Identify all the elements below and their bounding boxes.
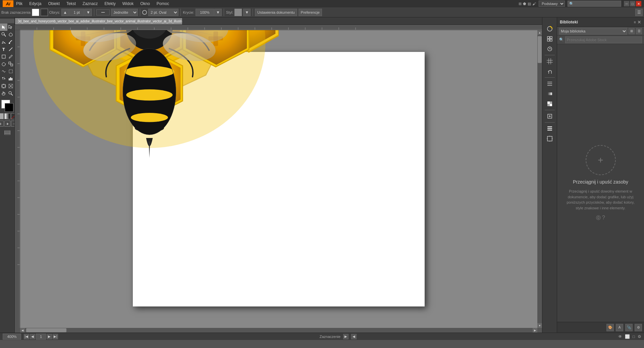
minimize-button[interactable]: ─ [624,1,629,6]
transparency-btn[interactable] [545,99,554,109]
tool-row-9 [0,82,14,90]
rp-sep1 [545,55,555,55]
stroke-down-btn[interactable]: ▼ [85,9,92,16]
style-swatch[interactable] [234,9,242,16]
scroll-up-btn[interactable]: ▲ [537,30,542,35]
global-search[interactable] [568,1,621,7]
menu-widok[interactable]: Widok [121,1,135,7]
opacity-arrow[interactable]: ▼ [214,9,222,16]
last-page-btn[interactable]: ▶| [53,334,58,339]
scroll-left-btn[interactable]: ◀ [20,328,25,333]
lib-add-graphic-btn[interactable]: 📎 [625,324,633,331]
status-arrow-btn[interactable]: ▶ [343,334,348,339]
no-fill-btn[interactable] [11,113,15,119]
menu-pomoc[interactable]: Pomoc [155,1,170,7]
type-tool-btn[interactable]: T [0,46,7,53]
close-button[interactable]: ✕ [636,1,641,6]
lib-add-color-btn[interactable]: 🎨 [606,324,614,331]
lib-help-btn[interactable]: ⓪ ? [596,215,605,221]
solid-fill-btn[interactable] [0,113,4,119]
scroll-thumb-v[interactable] [538,36,542,63]
toolbar-menu-btn[interactable]: ☰ [635,9,643,16]
artboards-btn[interactable] [545,134,554,143]
stroke-swatch-preview[interactable]: ━━ [96,9,110,15]
slice-tool-btn[interactable] [7,82,15,90]
properties-btn[interactable] [545,44,554,54]
page-input[interactable]: 1 [36,334,46,340]
stroke-color-swatch[interactable] [41,9,48,16]
lib-search-input[interactable] [565,37,642,43]
layers-panel-btn[interactable] [545,124,554,133]
style-dropdown-btn[interactable]: ▼ [243,9,251,16]
appearance-btn[interactable]: ○ [11,121,15,127]
hand-tool-btn[interactable] [0,90,7,97]
stroke-shape-select[interactable]: 2 pt. Oval [148,9,178,16]
lib-settings-btn[interactable]: ⚙ [635,324,642,331]
touch-type-btn[interactable] [545,67,554,76]
document-tab[interactable]: 3d_bee_and_honeycomb_vector_bee_ai_adobe… [15,18,182,24]
scroll-right-btn[interactable]: ▶ [533,328,537,333]
scale-tool-btn[interactable] [7,60,15,68]
lasso-btn[interactable] [7,31,15,38]
artboard-tool-btn[interactable] [0,82,7,90]
menu-edycja[interactable]: Edycja [28,1,43,7]
selection-tool-btn[interactable] [0,23,7,31]
assets-panel-btn[interactable] [545,34,554,44]
lib-list-view-btn[interactable]: ☰ [636,28,642,34]
stroke-value-input[interactable]: 1 pt [69,9,84,16]
symbol-spray-btn[interactable] [0,75,7,82]
status-back-btn[interactable]: ◀ [351,334,357,339]
svg-rect-24 [4,132,10,133]
gradient-panel-btn[interactable] [545,89,554,98]
gradient-mode-btn[interactable]: ◑ [4,121,10,127]
library-selector[interactable]: Moja biblioteka [559,28,627,34]
zoom-tool-btn[interactable] [7,90,15,97]
line-tool-btn[interactable] [7,46,15,53]
direct-selection-tool-btn[interactable] [7,23,15,31]
opacity-input[interactable]: 100% [196,9,214,16]
zoom-input[interactable]: 400% [3,334,21,340]
pen-tool-btn[interactable] [0,38,7,46]
scroll-down-btn[interactable]: ▼ [537,323,542,328]
lib-grid-view-btn[interactable]: ⊞ [629,28,635,34]
menu-efekty[interactable]: Efekty [103,1,117,7]
menu-obiekt[interactable]: Obiekt [47,1,61,7]
free-transform-btn[interactable] [7,68,15,75]
prefs-btn[interactable]: Preferencje [299,9,322,16]
place-btn[interactable] [545,112,554,121]
vertical-scrollbar[interactable]: ▲ ▼ [537,30,542,328]
lib-expand-btn[interactable]: ≡ [634,20,636,24]
magic-wand-btn[interactable] [0,31,7,38]
prev-page-btn[interactable]: ◀ [30,334,35,339]
align-btn[interactable] [545,79,554,88]
first-page-btn[interactable]: |◀ [24,334,29,339]
grid-btn[interactable] [545,57,554,66]
lib-add-char-style-btn[interactable]: A [616,324,623,331]
rect-tool-btn[interactable] [0,53,7,60]
canvas-area[interactable] [20,30,537,328]
stroke-shape-preview[interactable] [142,10,147,15]
color-mode-btn[interactable]: ◐ [0,121,4,127]
column-graph-btn[interactable] [7,75,15,82]
lib-close-btn[interactable]: ✕ [637,19,641,25]
gradient-fill-btn[interactable] [4,113,10,119]
menu-okno[interactable]: Okno [139,1,151,7]
next-page-btn[interactable]: ▶ [47,334,52,339]
doc-settings-btn[interactable]: Ustawienia dokumentu [255,9,297,16]
stroke-style-select[interactable]: Jednolite [111,9,138,16]
warp-tool-btn[interactable] [0,68,7,75]
background-swatch[interactable] [5,103,13,112]
menu-tekst[interactable]: Tekst [65,1,77,7]
menu-zaznacz[interactable]: Zaznacz [81,1,99,7]
color-panel-btn[interactable] [545,24,554,33]
scroll-thumb-h[interactable] [26,328,66,332]
stroke-up-btn[interactable]: ▲ [61,9,69,16]
workspace-select[interactable]: Podstawy [539,1,565,7]
layers-btn[interactable] [4,129,11,137]
rotate-tool-btn[interactable] [0,60,7,68]
fill-swatch[interactable] [32,9,39,16]
brush-tool-btn[interactable] [7,38,15,46]
menu-plik[interactable]: Plik [15,1,24,7]
maximize-button[interactable]: □ [630,1,635,6]
pencil-tool-btn[interactable] [7,53,15,60]
